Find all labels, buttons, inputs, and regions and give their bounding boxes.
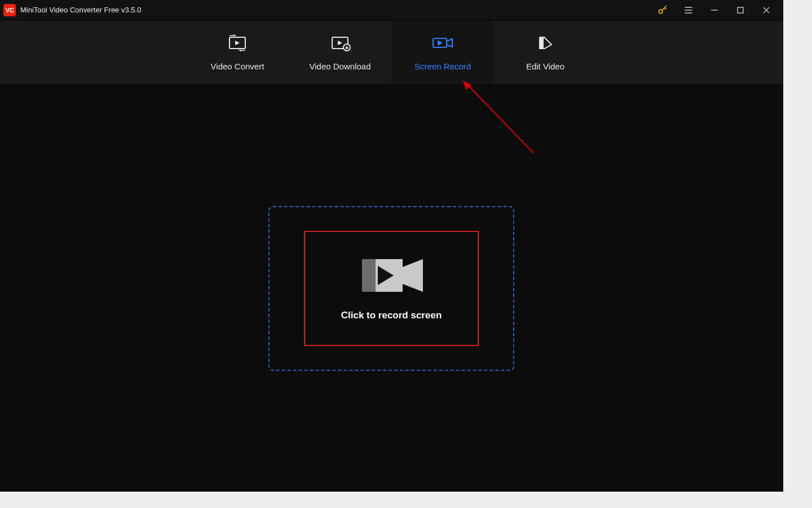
convert-icon [226, 34, 249, 51]
record-dropzone[interactable]: Click to record screen [268, 206, 514, 371]
camera-icon [358, 256, 425, 295]
activate-key-button[interactable] [650, 0, 676, 20]
tab-label: Screen Record [414, 62, 471, 71]
record-button[interactable]: Click to record screen [304, 231, 479, 346]
minimize-icon [710, 6, 718, 14]
titlebar: VC MiniTool Video Converter Free v3.5.0 [0, 0, 783, 20]
app-logo-text: VC [6, 7, 14, 14]
app-title: MiniTool Video Converter Free v3.5.0 [20, 6, 141, 14]
tab-label: Edit Video [526, 62, 564, 71]
download-icon [329, 34, 351, 51]
main-nav: Video Convert Video Download [0, 20, 783, 85]
tab-video-convert[interactable]: Video Convert [186, 20, 289, 85]
titlebar-right [650, 0, 779, 20]
content-area: Click to record screen [0, 85, 783, 491]
edit-icon [536, 34, 555, 51]
tab-video-download[interactable]: Video Download [289, 20, 391, 85]
tab-label: Video Convert [211, 62, 264, 71]
record-icon [431, 34, 454, 51]
close-icon [762, 6, 770, 14]
svg-rect-16 [362, 259, 376, 292]
titlebar-left: VC MiniTool Video Converter Free v3.5.0 [3, 4, 141, 16]
maximize-icon [736, 6, 744, 14]
record-button-label: Click to record screen [341, 310, 442, 321]
tab-screen-record[interactable]: Screen Record [391, 20, 494, 85]
minimize-button[interactable] [701, 0, 727, 20]
tab-label: Video Download [310, 62, 371, 71]
close-button[interactable] [753, 0, 779, 20]
svg-marker-11 [338, 41, 342, 45]
svg-marker-14 [438, 41, 442, 45]
hamburger-icon [683, 5, 694, 16]
main-menu-button[interactable] [676, 0, 701, 20]
tab-edit-video[interactable]: Edit Video [494, 20, 597, 85]
key-icon [657, 5, 668, 16]
svg-rect-5 [738, 7, 743, 13]
maximize-button[interactable] [727, 0, 753, 20]
app-window: VC MiniTool Video Converter Free v3.5.0 [0, 0, 783, 491]
svg-marker-17 [403, 259, 423, 292]
svg-marker-9 [235, 41, 240, 45]
app-logo: VC [3, 4, 16, 16]
